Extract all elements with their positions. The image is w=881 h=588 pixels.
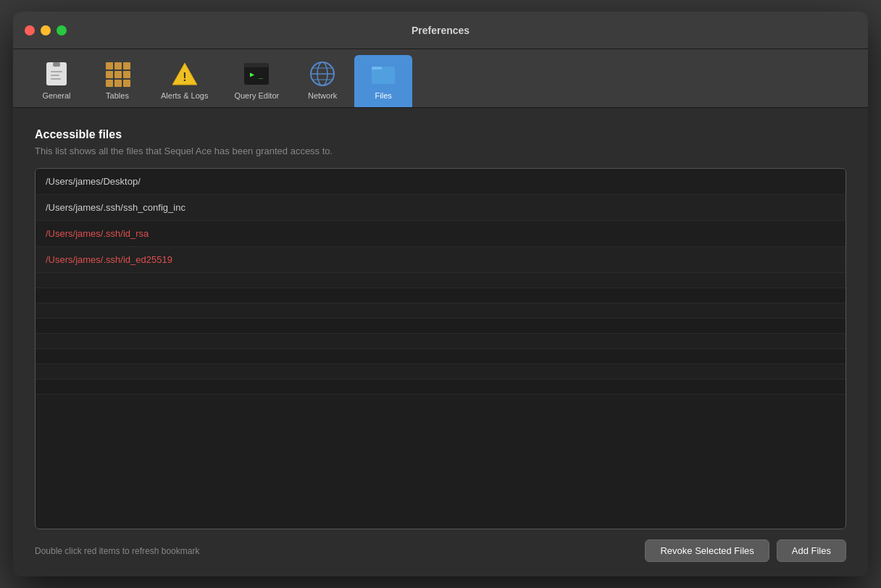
toolbar-item-network[interactable]: Network: [293, 55, 351, 107]
window-controls: [25, 25, 67, 35]
svg-rect-1: [53, 62, 60, 67]
file-item[interactable]: /Users/james/.ssh/id_rsa: [36, 221, 845, 247]
svg-rect-17: [244, 63, 269, 67]
svg-rect-26: [372, 70, 395, 84]
file-item[interactable]: [36, 303, 845, 319]
svg-rect-2: [51, 71, 62, 72]
section-title: Accessible files: [35, 128, 846, 141]
titlebar: Preferences: [13, 12, 868, 49]
svg-rect-3: [51, 75, 59, 76]
file-item[interactable]: /Users/james/Desktop/: [36, 169, 845, 195]
toolbar-item-alerts[interactable]: ! Alerts & Logs: [149, 55, 220, 107]
files-icon: [370, 61, 396, 87]
file-item[interactable]: [36, 349, 845, 364]
maximize-button[interactable]: [57, 25, 67, 35]
file-item[interactable]: [36, 288, 845, 303]
file-item[interactable]: [36, 364, 845, 379]
file-item[interactable]: /Users/james/.ssh/ssh_config_inc: [36, 195, 845, 221]
tables-label: Tables: [106, 91, 129, 100]
svg-rect-6: [114, 62, 122, 70]
file-item[interactable]: [36, 334, 845, 349]
svg-text:▶ _: ▶ _: [250, 70, 264, 79]
file-item[interactable]: [36, 379, 845, 395]
general-label: General: [42, 91, 70, 100]
query-label: Query Editor: [234, 91, 279, 100]
footer: Double click red items to refresh bookma…: [35, 529, 846, 562]
svg-rect-8: [106, 71, 113, 78]
tables-icon: [104, 61, 130, 87]
svg-rect-12: [114, 80, 122, 87]
svg-rect-11: [106, 80, 113, 87]
close-button[interactable]: [25, 25, 35, 35]
network-icon: [309, 61, 335, 87]
svg-rect-4: [51, 78, 61, 80]
file-item[interactable]: [36, 273, 845, 288]
window-title: Preferences: [412, 25, 469, 36]
file-item[interactable]: [36, 319, 845, 334]
toolbar: General Tables: [13, 49, 868, 108]
network-label: Network: [308, 91, 337, 100]
query-icon: ▶ _: [243, 61, 270, 87]
general-icon: [43, 61, 70, 87]
alerts-label: Alerts & Logs: [161, 91, 208, 100]
toolbar-item-query[interactable]: ▶ _ Query Editor: [222, 55, 291, 107]
preferences-window: Preferences General: [13, 12, 868, 576]
svg-rect-13: [123, 80, 130, 87]
file-item[interactable]: /Users/james/.ssh/id_ed25519: [36, 247, 845, 273]
add-files-button[interactable]: Add Files: [777, 539, 846, 562]
files-label: Files: [375, 91, 392, 100]
file-list[interactable]: /Users/james/Desktop//Users/james/.ssh/s…: [35, 168, 846, 529]
toolbar-item-files[interactable]: Files: [354, 55, 412, 107]
minimize-button[interactable]: [41, 25, 51, 35]
section-description: This list shows all the files that Seque…: [35, 146, 846, 156]
toolbar-item-tables[interactable]: Tables: [88, 55, 146, 107]
svg-text:!: !: [183, 71, 186, 83]
toolbar-item-general[interactable]: General: [28, 55, 85, 107]
revoke-button[interactable]: Revoke Selected Files: [645, 539, 769, 562]
svg-rect-5: [106, 62, 113, 70]
svg-rect-9: [114, 71, 122, 78]
svg-rect-10: [123, 71, 130, 78]
alerts-icon: !: [172, 61, 198, 87]
svg-rect-7: [123, 62, 130, 70]
content-area: Accessible files This list shows all the…: [13, 108, 868, 576]
footer-hint: Double click red items to refresh bookma…: [35, 546, 199, 556]
footer-buttons: Revoke Selected Files Add Files: [645, 539, 846, 562]
